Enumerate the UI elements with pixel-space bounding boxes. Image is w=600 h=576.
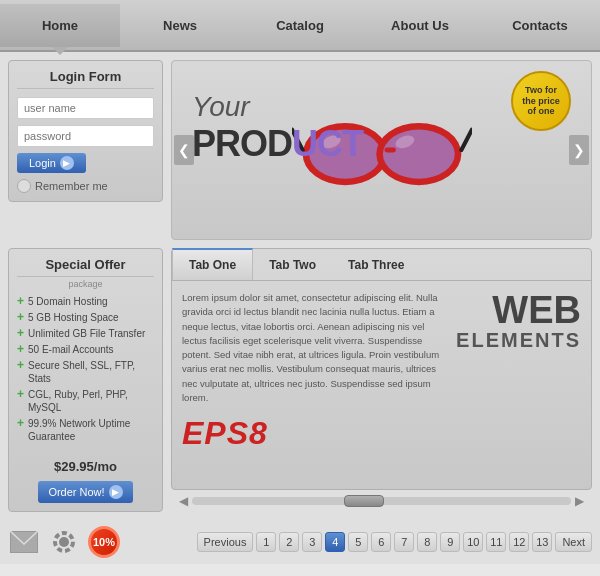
content-slider-right[interactable]: ▶ xyxy=(575,494,584,508)
content-slider-thumb[interactable] xyxy=(344,495,384,507)
content-slider-track xyxy=(192,497,571,505)
badge-line3: of one xyxy=(522,106,560,117)
remember-me-radio[interactable] xyxy=(17,179,31,193)
offer-item-4: +50 E-mail Accounts xyxy=(17,343,154,356)
page-1[interactable]: 1 xyxy=(256,532,276,552)
footer-bar: 10% Previous 1 2 3 4 5 6 7 8 9 10 11 12 … xyxy=(0,520,600,564)
offer-item-5: +Secure Shell, SSL, FTP, Stats xyxy=(17,359,154,385)
nav-item-news[interactable]: News xyxy=(120,4,240,47)
page-3[interactable]: 3 xyxy=(302,532,322,552)
remember-me-label: Remember me xyxy=(35,180,108,192)
nav-item-about[interactable]: About Us xyxy=(360,4,480,47)
special-offer-subtitle: package xyxy=(17,279,154,289)
tab-content: Lorem ipsum dolor sit amet, consectetur … xyxy=(172,281,591,462)
banner-text: Your PRODUCT xyxy=(192,91,363,165)
order-now-button[interactable]: Order Now! ▶ xyxy=(38,481,132,503)
page-11[interactable]: 11 xyxy=(486,532,506,552)
svg-point-3 xyxy=(382,130,454,179)
tab-three-header[interactable]: Tab Three xyxy=(332,249,420,280)
offer-item-7: +99.9% Network Uptime Guarantee xyxy=(17,417,154,443)
tab-two-header[interactable]: Tab Two xyxy=(253,249,332,280)
nav-item-catalog[interactable]: Catalog xyxy=(240,4,360,47)
plus-icon-5: + xyxy=(17,359,24,371)
login-arrow-icon: ▶ xyxy=(60,156,74,170)
elements-text: ELEMENTS xyxy=(456,329,581,352)
percent-badge: 10% xyxy=(88,526,120,558)
price-display: $29.95/mo xyxy=(17,451,154,477)
tab-one-header[interactable]: Tab One xyxy=(172,248,253,280)
offer-item-1: +5 Domain Hosting xyxy=(17,295,154,308)
offer-item-3: +Unlimited GB File Transfer xyxy=(17,327,154,340)
bottom-area: Special Offer package +5 Domain Hosting … xyxy=(0,248,600,520)
password-input[interactable] xyxy=(17,125,154,147)
sidebar: Login Form Login ▶ Remember me xyxy=(8,60,163,240)
plus-icon-6: + xyxy=(17,388,24,400)
page-8[interactable]: 8 xyxy=(417,532,437,552)
next-button[interactable]: Next xyxy=(555,532,592,552)
main-area: Login Form Login ▶ Remember me ❮ Your PR… xyxy=(0,52,600,248)
plus-icon-1: + xyxy=(17,295,24,307)
gear-icon-container[interactable] xyxy=(48,526,80,558)
badge-line2: the price xyxy=(522,96,560,107)
banner-slider: ❮ Your PRODUCT xyxy=(171,60,592,240)
eps-text: EPS8 xyxy=(182,415,446,452)
login-form-title: Login Form xyxy=(17,69,154,89)
page-4[interactable]: 4 xyxy=(325,532,345,552)
page-12[interactable]: 12 xyxy=(509,532,529,552)
badge-line1: Two for xyxy=(522,85,560,96)
special-offer-panel: Special Offer package +5 Domain Hosting … xyxy=(8,248,163,512)
prev-button[interactable]: Previous xyxy=(197,532,254,552)
special-offer-title: Special Offer xyxy=(17,257,154,277)
mail-icon-container[interactable] xyxy=(8,526,40,558)
login-button[interactable]: Login ▶ xyxy=(17,153,86,173)
svg-point-10 xyxy=(59,537,69,547)
page-6[interactable]: 6 xyxy=(371,532,391,552)
username-input[interactable] xyxy=(17,97,154,119)
page-13[interactable]: 13 xyxy=(532,532,552,552)
banner-content: Your PRODUCT xyxy=(172,61,591,239)
page-10[interactable]: 10 xyxy=(463,532,483,552)
slider-arrow-right[interactable]: ❯ xyxy=(569,135,589,165)
offer-item-2: +5 GB Hosting Space xyxy=(17,311,154,324)
page-9[interactable]: 9 xyxy=(440,532,460,552)
nav-item-home[interactable]: Home xyxy=(0,4,120,47)
banner-your-text: Your xyxy=(192,91,363,123)
nav-item-contacts[interactable]: Contacts xyxy=(480,4,600,47)
nav-bar: Home News Catalog About Us Contacts xyxy=(0,0,600,52)
order-arrow-icon: ▶ xyxy=(109,485,123,499)
web-text: WEB xyxy=(456,291,581,329)
svg-line-5 xyxy=(461,130,472,150)
page-2[interactable]: 2 xyxy=(279,532,299,552)
tab-headers: Tab One Tab Two Tab Three xyxy=(172,249,591,281)
pagination: Previous 1 2 3 4 5 6 7 8 9 10 11 12 13 N… xyxy=(197,532,592,552)
plus-icon-2: + xyxy=(17,311,24,323)
price-badge: Two for the price of one xyxy=(511,71,571,131)
mail-icon xyxy=(10,531,38,553)
remember-me-row: Remember me xyxy=(17,179,154,193)
web-elements-text: WEB ELEMENTS xyxy=(456,291,581,452)
tab-left: Lorem ipsum dolor sit amet, consectetur … xyxy=(182,291,446,452)
content-slider-row: ◀ ▶ xyxy=(171,490,592,512)
plus-icon-7: + xyxy=(17,417,24,429)
plus-icon-3: + xyxy=(17,327,24,339)
plus-icon-4: + xyxy=(17,343,24,355)
page-7[interactable]: 7 xyxy=(394,532,414,552)
gear-icon xyxy=(50,528,78,556)
tabs-container: Tab One Tab Two Tab Three Lorem ipsum do… xyxy=(171,248,592,512)
content-slider-left[interactable]: ◀ xyxy=(179,494,188,508)
page-5[interactable]: 5 xyxy=(348,532,368,552)
svg-rect-4 xyxy=(384,148,395,153)
tabs-panel: Tab One Tab Two Tab Three Lorem ipsum do… xyxy=(171,248,592,490)
offer-item-6: +CGL, Ruby, Perl, PHP, MySQL xyxy=(17,388,154,414)
banner-product-text: PRODUCT xyxy=(192,123,363,165)
login-form-panel: Login Form Login ▶ Remember me xyxy=(8,60,163,202)
tab-body-text: Lorem ipsum dolor sit amet, consectetur … xyxy=(182,291,446,405)
